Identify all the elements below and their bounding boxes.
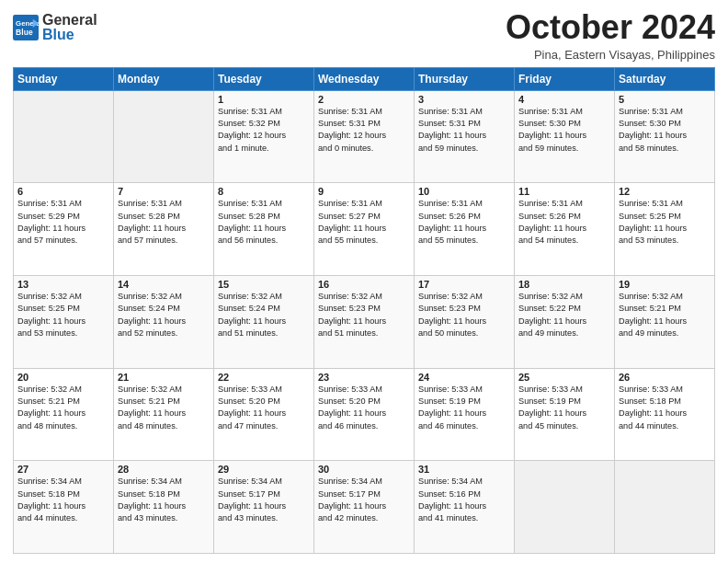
col-thursday: Thursday: [415, 67, 515, 90]
day-number: 23: [318, 372, 410, 383]
day-number: 2: [318, 94, 410, 105]
day-info: Sunrise: 5:32 AM Sunset: 5:21 PM Dayligh…: [619, 291, 711, 339]
header: General Blue General Blue October 2024 P…: [13, 9, 715, 62]
table-row: 9Sunrise: 5:31 AM Sunset: 5:27 PM Daylig…: [314, 183, 415, 276]
day-info: Sunrise: 5:34 AM Sunset: 5:18 PM Dayligh…: [17, 476, 109, 524]
day-number: 12: [619, 186, 711, 197]
day-info: Sunrise: 5:31 AM Sunset: 5:27 PM Dayligh…: [318, 198, 410, 247]
table-row: 16Sunrise: 5:32 AM Sunset: 5:23 PM Dayli…: [314, 275, 415, 368]
col-saturday: Saturday: [615, 67, 715, 90]
day-info: Sunrise: 5:31 AM Sunset: 5:26 PM Dayligh…: [418, 198, 510, 247]
day-number: 21: [118, 372, 210, 383]
day-number: 15: [218, 279, 310, 290]
table-row: 1Sunrise: 5:31 AM Sunset: 5:32 PM Daylig…: [214, 90, 314, 183]
calendar-week-4: 20Sunrise: 5:32 AM Sunset: 5:21 PM Dayli…: [14, 368, 715, 461]
day-number: 18: [518, 279, 610, 290]
calendar-header-row: Sunday Monday Tuesday Wednesday Thursday…: [14, 67, 715, 90]
generalblue-logo-icon: General Blue: [13, 15, 39, 40]
table-row: 31Sunrise: 5:34 AM Sunset: 5:16 PM Dayli…: [415, 461, 515, 554]
col-tuesday: Tuesday: [214, 67, 314, 90]
day-info: Sunrise: 5:31 AM Sunset: 5:30 PM Dayligh…: [518, 106, 610, 155]
day-info: Sunrise: 5:34 AM Sunset: 5:17 PM Dayligh…: [318, 476, 410, 524]
day-number: 14: [118, 279, 210, 290]
table-row: 15Sunrise: 5:32 AM Sunset: 5:24 PM Dayli…: [214, 275, 314, 368]
location: Pina, Eastern Visayas, Philippines: [506, 48, 715, 62]
table-row: 18Sunrise: 5:32 AM Sunset: 5:22 PM Dayli…: [515, 275, 615, 368]
day-info: Sunrise: 5:33 AM Sunset: 5:19 PM Dayligh…: [518, 384, 610, 432]
month-title: October 2024: [506, 9, 715, 46]
day-number: 17: [418, 279, 510, 290]
logo-text: General Blue: [42, 13, 97, 42]
table-row: 27Sunrise: 5:34 AM Sunset: 5:18 PM Dayli…: [14, 461, 114, 554]
table-row: 17Sunrise: 5:32 AM Sunset: 5:23 PM Dayli…: [415, 275, 515, 368]
day-number: 22: [218, 372, 310, 383]
day-info: Sunrise: 5:31 AM Sunset: 5:25 PM Dayligh…: [619, 198, 711, 247]
day-info: Sunrise: 5:32 AM Sunset: 5:25 PM Dayligh…: [17, 291, 109, 339]
day-number: 10: [418, 186, 510, 197]
table-row: 2Sunrise: 5:31 AM Sunset: 5:31 PM Daylig…: [314, 90, 415, 183]
calendar-body: 1Sunrise: 5:31 AM Sunset: 5:32 PM Daylig…: [14, 90, 715, 553]
svg-text:Blue: Blue: [16, 28, 33, 37]
day-info: Sunrise: 5:33 AM Sunset: 5:20 PM Dayligh…: [218, 384, 310, 432]
table-row: 4Sunrise: 5:31 AM Sunset: 5:30 PM Daylig…: [515, 90, 615, 183]
day-info: Sunrise: 5:32 AM Sunset: 5:24 PM Dayligh…: [218, 291, 310, 339]
day-info: Sunrise: 5:31 AM Sunset: 5:26 PM Dayligh…: [518, 198, 610, 247]
table-row: [14, 90, 114, 183]
col-monday: Monday: [114, 67, 214, 90]
title-block: October 2024 Pina, Eastern Visayas, Phil…: [506, 9, 715, 62]
day-number: 29: [218, 464, 310, 475]
table-row: 23Sunrise: 5:33 AM Sunset: 5:20 PM Dayli…: [314, 368, 415, 461]
col-friday: Friday: [515, 67, 615, 90]
table-row: [615, 461, 715, 554]
table-row: 8Sunrise: 5:31 AM Sunset: 5:28 PM Daylig…: [214, 183, 314, 276]
day-info: Sunrise: 5:31 AM Sunset: 5:28 PM Dayligh…: [218, 198, 310, 247]
day-number: 25: [518, 372, 610, 383]
table-row: 21Sunrise: 5:32 AM Sunset: 5:21 PM Dayli…: [114, 368, 214, 461]
day-number: 16: [318, 279, 410, 290]
day-number: 11: [518, 186, 610, 197]
day-number: 26: [619, 372, 711, 383]
day-number: 7: [118, 186, 210, 197]
day-number: 19: [619, 279, 711, 290]
day-number: 4: [518, 94, 610, 105]
col-sunday: Sunday: [14, 67, 114, 90]
table-row: 7Sunrise: 5:31 AM Sunset: 5:28 PM Daylig…: [114, 183, 214, 276]
day-info: Sunrise: 5:31 AM Sunset: 5:28 PM Dayligh…: [118, 198, 210, 247]
table-row: 10Sunrise: 5:31 AM Sunset: 5:26 PM Dayli…: [415, 183, 515, 276]
day-number: 3: [418, 94, 510, 105]
table-row: 22Sunrise: 5:33 AM Sunset: 5:20 PM Dayli…: [214, 368, 314, 461]
day-info: Sunrise: 5:32 AM Sunset: 5:23 PM Dayligh…: [318, 291, 410, 339]
table-row: 19Sunrise: 5:32 AM Sunset: 5:21 PM Dayli…: [615, 275, 715, 368]
page: General Blue General Blue October 2024 P…: [0, 0, 728, 563]
day-number: 1: [218, 94, 310, 105]
day-number: 24: [418, 372, 510, 383]
day-number: 9: [318, 186, 410, 197]
table-row: 6Sunrise: 5:31 AM Sunset: 5:29 PM Daylig…: [14, 183, 114, 276]
day-info: Sunrise: 5:32 AM Sunset: 5:22 PM Dayligh…: [518, 291, 610, 339]
day-info: Sunrise: 5:34 AM Sunset: 5:18 PM Dayligh…: [118, 476, 210, 524]
day-info: Sunrise: 5:33 AM Sunset: 5:19 PM Dayligh…: [418, 384, 510, 432]
day-number: 28: [118, 464, 210, 475]
day-number: 6: [17, 186, 109, 197]
table-row: 30Sunrise: 5:34 AM Sunset: 5:17 PM Dayli…: [314, 461, 415, 554]
table-row: 28Sunrise: 5:34 AM Sunset: 5:18 PM Dayli…: [114, 461, 214, 554]
day-number: 5: [619, 94, 711, 105]
table-row: 14Sunrise: 5:32 AM Sunset: 5:24 PM Dayli…: [114, 275, 214, 368]
col-wednesday: Wednesday: [314, 67, 415, 90]
day-info: Sunrise: 5:32 AM Sunset: 5:21 PM Dayligh…: [118, 384, 210, 432]
table-row: 5Sunrise: 5:31 AM Sunset: 5:30 PM Daylig…: [615, 90, 715, 183]
day-info: Sunrise: 5:33 AM Sunset: 5:18 PM Dayligh…: [619, 384, 711, 432]
table-row: 24Sunrise: 5:33 AM Sunset: 5:19 PM Dayli…: [415, 368, 515, 461]
day-info: Sunrise: 5:34 AM Sunset: 5:16 PM Dayligh…: [418, 476, 510, 524]
table-row: 12Sunrise: 5:31 AM Sunset: 5:25 PM Dayli…: [615, 183, 715, 276]
calendar-week-1: 1Sunrise: 5:31 AM Sunset: 5:32 PM Daylig…: [14, 90, 715, 183]
day-info: Sunrise: 5:34 AM Sunset: 5:17 PM Dayligh…: [218, 476, 310, 524]
day-number: 20: [17, 372, 109, 383]
table-row: 13Sunrise: 5:32 AM Sunset: 5:25 PM Dayli…: [14, 275, 114, 368]
logo-general: General: [42, 13, 97, 28]
table-row: [114, 90, 214, 183]
logo-blue: Blue: [42, 28, 97, 42]
calendar-week-3: 13Sunrise: 5:32 AM Sunset: 5:25 PM Dayli…: [14, 275, 715, 368]
day-info: Sunrise: 5:32 AM Sunset: 5:21 PM Dayligh…: [17, 384, 109, 432]
day-info: Sunrise: 5:31 AM Sunset: 5:31 PM Dayligh…: [318, 106, 410, 155]
